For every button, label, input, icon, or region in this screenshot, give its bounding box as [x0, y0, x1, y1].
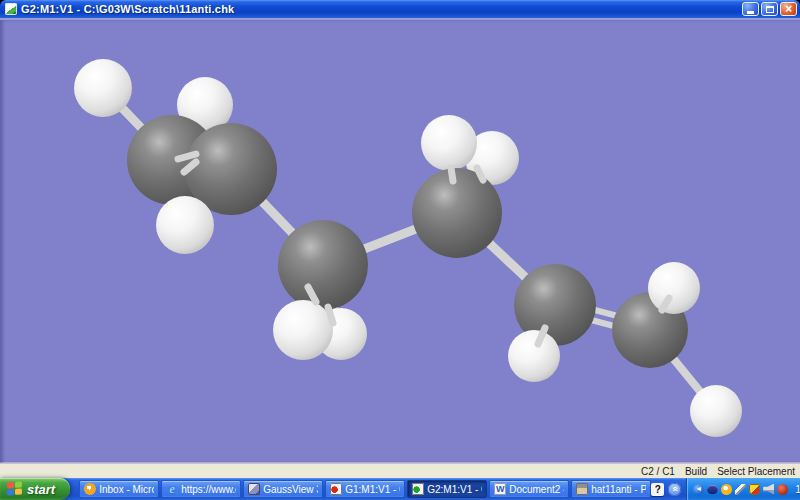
taskbar-button-label: G2:M1:V1 - C:\G... — [427, 484, 482, 495]
windows-logo-icon — [7, 481, 22, 496]
window-titlebar[interactable]: G2:M1:V1 - C:\G03W\Scratch\11anti.chk × — [0, 0, 800, 18]
atom-H[interactable] — [273, 300, 333, 360]
atom-H[interactable] — [648, 262, 700, 314]
app-pill-icon[interactable] — [707, 485, 718, 494]
pen-icon[interactable] — [735, 484, 746, 495]
start-label: start — [27, 482, 55, 497]
bond-front[interactable] — [328, 307, 333, 323]
notification-icons: ?« — [651, 483, 681, 496]
reminder-icon[interactable] — [721, 484, 732, 495]
atom-C[interactable] — [278, 220, 368, 310]
update-icon[interactable] — [777, 484, 788, 495]
taskbar-button[interactable]: G2:M1:V1 - C:\G... — [407, 480, 487, 498]
taskbar-button[interactable]: G1:M1:V1 - C:\D... — [325, 480, 405, 498]
atom-H[interactable] — [156, 196, 214, 254]
taskbar-button-label: G1:M1:V1 - C:\D... — [345, 484, 400, 495]
security-shield-icon[interactable] — [749, 484, 760, 495]
help-icon[interactable]: ? — [651, 483, 664, 496]
atom-H[interactable] — [421, 115, 477, 171]
taskbar-button[interactable]: hat11anti - Paint — [571, 480, 651, 498]
minimize-button[interactable] — [742, 2, 759, 16]
screen: G2:M1:V1 - C:\G03W\Scratch\11anti.chk × — [0, 0, 800, 500]
status-mode-label: Build — [685, 466, 707, 477]
taskbar-button[interactable]: GaussView 3.09 — [243, 480, 323, 498]
taskbar-clock[interactable]: 15:55 — [795, 484, 800, 495]
atom-H[interactable] — [690, 385, 742, 437]
taskbar-buttons: Inbox - Microsof...ehttps://www.ch...Gau… — [79, 480, 651, 498]
window-controls: × — [742, 2, 797, 16]
bond-front[interactable] — [451, 168, 453, 181]
volume-icon[interactable] — [763, 484, 774, 495]
status-atoms-label: C2 / C1 — [641, 466, 675, 477]
close-icon: × — [785, 3, 792, 15]
atom-H[interactable] — [74, 59, 132, 117]
ie-icon: e — [166, 483, 178, 495]
hide-icons-chevron[interactable]: « — [668, 483, 681, 496]
molecule-model[interactable] — [0, 18, 800, 463]
taskbar-button-label: https://www.ch... — [181, 484, 236, 495]
start-button[interactable]: start — [0, 478, 70, 500]
status-action-label: Select Placement — [717, 466, 795, 477]
close-button[interactable]: × — [780, 2, 797, 16]
restore-icon — [766, 6, 774, 13]
word-icon: W — [494, 483, 506, 495]
gaussview-window-icon — [5, 3, 17, 15]
messenger-icon[interactable]: ◂ — [693, 484, 704, 495]
atom-C[interactable] — [412, 168, 502, 258]
taskbar-button-label: Inbox - Microsof... — [99, 484, 154, 495]
taskbar-button-label: GaussView 3.09 — [263, 484, 318, 495]
restore-button[interactable] — [761, 2, 778, 16]
atom-H[interactable] — [508, 330, 560, 382]
gaussview-icon — [248, 483, 260, 495]
paint-icon — [576, 483, 588, 495]
tray-icons: ◂ — [693, 484, 788, 495]
taskbar-button[interactable]: ehttps://www.ch... — [161, 480, 241, 498]
molecule-viewport[interactable] — [0, 18, 800, 463]
gaussview-doc-green-icon — [412, 483, 424, 495]
bond-front[interactable] — [178, 154, 196, 159]
taskbar-button[interactable]: Inbox - Microsof... — [79, 480, 159, 498]
taskbar-button-label: hat11anti - Paint — [591, 484, 646, 495]
window-title: G2:M1:V1 - C:\G03W\Scratch\11anti.chk — [21, 3, 742, 15]
system-tray: ◂ 15:55 — [686, 478, 800, 500]
inbox-icon — [84, 483, 96, 495]
status-bar: C2 / C1 Build Select Placement — [0, 463, 800, 478]
taskbar-button-label: Document2 - Mic... — [509, 484, 564, 495]
gaussview-doc-red-icon — [330, 483, 342, 495]
taskbar: start Inbox - Microsof...ehttps://www.ch… — [0, 478, 800, 500]
minimize-icon — [747, 11, 754, 14]
taskbar-button[interactable]: WDocument2 - Mic... — [489, 480, 569, 498]
